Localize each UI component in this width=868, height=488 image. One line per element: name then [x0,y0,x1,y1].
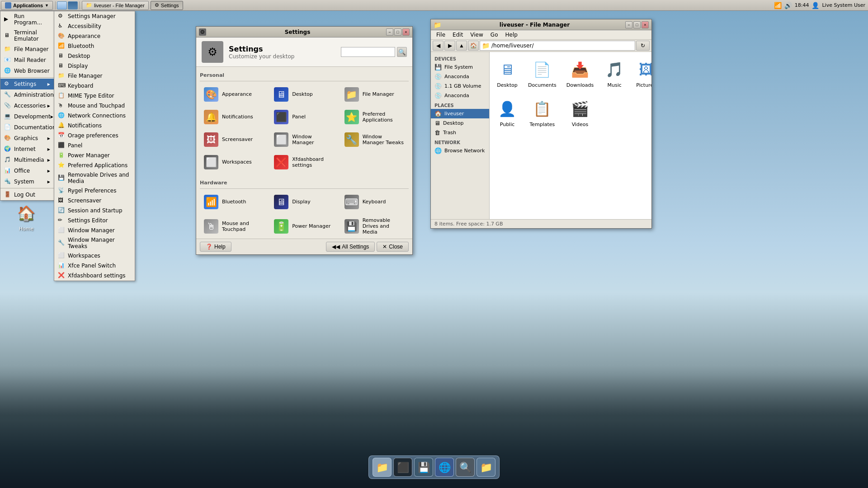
fm-icon-music[interactable]: 🎵 Music [600,56,628,91]
fm-place-trash[interactable]: 🗑 Trash [431,128,489,137]
menu-documentation[interactable]: 📄 Documentation ▶ [0,122,54,133]
fm-reload-btn[interactable]: ↻ [636,41,650,51]
dock-item-files[interactable]: 💾 [414,458,433,477]
fm-icon-desktop[interactable]: 🖥 Desktop [493,56,521,91]
sm-desktop[interactable]: 🖥 Desktop [54,51,135,61]
sm-accessibility[interactable]: ♿ Accessibility [54,21,135,31]
sm-keyboard[interactable]: ⌨ Keyboard [54,81,135,91]
sm-xfce-panel[interactable]: 📊 Xfce Panel Switch [54,261,135,271]
settings-display[interactable]: 🖥 Display [270,192,338,212]
sm-window-manager[interactable]: ⬜ Window Manager [54,225,135,235]
fm-menu-go[interactable]: Go [487,31,502,39]
fm-icon-pictures[interactable]: 🖼 Pictures [632,56,651,91]
sm-display[interactable]: 🖥 Display [54,61,135,71]
sm-preferred[interactable]: ⭐ Preferred Applications [54,160,135,170]
menu-internet[interactable]: 🌍 Internet ▶ [0,144,54,155]
fm-icon-downloads[interactable]: 📥 Downloads [563,56,597,91]
sm-network[interactable]: 🌐 Network Connections [54,111,135,121]
settings-panel[interactable]: ⬛ Panel [270,107,338,127]
menu-accessories[interactable]: 📎 Accessories ▶ [0,100,54,111]
window-switcher-2[interactable] [68,1,78,9]
sm-screensaver[interactable]: 🖼 Screensaver [54,196,135,206]
fm-icon-documents[interactable]: 📄 Documents [525,56,560,91]
fm-maximize-btn[interactable]: □ [633,21,641,28]
fm-place-liveuser[interactable]: 🏠 liveuser [431,109,489,118]
fm-menu-view[interactable]: View [467,31,486,39]
sm-notifications[interactable]: 🔔 Notifications [54,121,135,131]
menu-mail[interactable]: 📧 Mail Reader [0,55,54,66]
settings-bluetooth[interactable]: 📶 Bluetooth [200,192,268,212]
settings-filemanager[interactable]: 📁 File Manager [340,84,409,105]
settings-close-btn[interactable]: × [402,28,410,36]
menu-settings[interactable]: ⚙ Settings ▶ [0,79,54,89]
settings-windowmanager[interactable]: ⬜ Window Manager [270,129,338,150]
menu-browser[interactable]: 🌐 Web Browser [0,66,54,76]
sm-bluetooth[interactable]: 📶 Bluetooth [54,41,135,51]
menu-development[interactable]: 💻 Development ▶ [0,111,54,122]
sm-xfdashboard[interactable]: ❌ Xfdashboard settings [54,271,135,281]
sm-wm-tweaks[interactable]: 🔧 Window Manager Tweaks [54,235,135,251]
all-settings-button[interactable]: ◀◀ All Settings [326,242,375,252]
applications-menu-button[interactable]: Applications ▼ [1,1,53,10]
fm-back-btn[interactable]: ◀ [433,41,443,51]
settings-preferred[interactable]: ⭐ Preferred Applications [340,107,409,127]
dock-item-folder2[interactable]: 📁 [476,458,495,477]
menu-system[interactable]: 🔩 System ▶ [0,176,54,187]
fm-device-filesystem[interactable]: 💾 File System [431,62,489,72]
settings-search-button[interactable]: 🔍 [397,47,407,57]
network-icon[interactable]: 📶 [774,2,782,9]
settings-close-footer-button[interactable]: ✕ Close [377,242,409,252]
sm-session[interactable]: 🔄 Session and Startup [54,206,135,216]
fm-close-btn[interactable]: × [642,21,649,28]
menu-terminal[interactable]: 🖥 Terminal Emulator [0,28,54,44]
menu-multimedia[interactable]: 🎵 Multimedia ▶ [0,155,54,165]
fm-minimize-btn[interactable]: − [625,21,632,28]
fm-icon-templates[interactable]: 📋 Templates [525,95,560,131]
fm-device-volume[interactable]: 💿 1.1 GB Volume [431,81,489,91]
fm-forward-btn[interactable]: ▶ [444,41,455,51]
dock-item-browser[interactable]: 🌐 [435,458,454,477]
window-switcher-1[interactable] [57,1,67,9]
fm-menu-file[interactable]: File [433,31,449,39]
desktop-icon-home[interactable]: 🏠 Home [8,202,44,232]
dock-item-terminal[interactable]: ⬛ [393,458,412,477]
fm-menu-edit[interactable]: Edit [449,31,467,39]
menu-office[interactable]: 📊 Office ▶ [0,165,54,176]
sm-panel[interactable]: ⬛ Panel [54,141,135,150]
settings-help-button[interactable]: ❓ Help [200,242,231,252]
dock-item-search[interactable]: 🔍 [456,458,475,477]
sm-mouse[interactable]: 🖱 Mouse and Touchpad [54,101,135,111]
menu-file-manager[interactable]: 📁 File Manager [0,44,54,55]
settings-appearance[interactable]: 🎨 Appearance [200,84,268,105]
fm-menu-help[interactable]: Help [501,31,521,39]
fm-icon-videos[interactable]: 🎬 Videos [563,95,597,131]
fm-place-desktop[interactable]: 🖥 Desktop [431,118,489,128]
fm-up-btn[interactable]: ▲ [456,41,467,51]
volume-icon[interactable]: 🔊 [784,2,792,9]
dock-item-folder1[interactable]: 📁 [373,458,392,477]
sm-rygel[interactable]: 📡 Rygel Preferences [54,186,135,196]
sm-mime[interactable]: 📋 MIME Type Editor [54,91,135,101]
menu-logout[interactable]: 🚪 Log Out [0,189,54,200]
settings-notifications[interactable]: 🔔 Notifications [200,107,268,127]
settings-removable[interactable]: 💾 Removable Drives and Media [340,214,409,239]
settings-maximize-btn[interactable]: □ [394,28,401,36]
sm-filemanager[interactable]: 📁 File Manager [54,71,135,81]
sm-orage[interactable]: 📅 Orage preferences [54,131,135,141]
settings-keyboard[interactable]: ⌨ Keyboard [340,192,409,212]
settings-search-input[interactable] [341,47,395,57]
sm-appearance[interactable]: 🎨 Appearance [54,31,135,41]
sm-settings-editor[interactable]: ✏ Settings Editor [54,216,135,225]
settings-desktop[interactable]: 🖥 Desktop [270,84,338,105]
settings-screensaver[interactable]: 🖼 Screensaver [200,129,268,150]
settings-workspaces[interactable]: ⬜ Workspaces [200,152,268,173]
menu-graphics[interactable]: 🎨 Graphics ▶ [0,133,54,144]
settings-wm-tweaks[interactable]: 🔧 Window Manager Tweaks [340,129,409,150]
file-manager-taskbar-btn[interactable]: 📁 liveuser - File Manager [82,1,149,10]
sm-workspaces[interactable]: ⬜ Workspaces [54,251,135,261]
settings-mouse[interactable]: 🖱 Mouse and Touchpad [200,214,268,239]
settings-taskbar-btn[interactable]: ⚙ Settings [151,1,183,10]
settings-power[interactable]: 🔋 Power Manager [270,214,338,239]
fm-icon-public[interactable]: 👤 Public [493,95,521,131]
fm-home-btn[interactable]: 🏠 [468,41,479,51]
